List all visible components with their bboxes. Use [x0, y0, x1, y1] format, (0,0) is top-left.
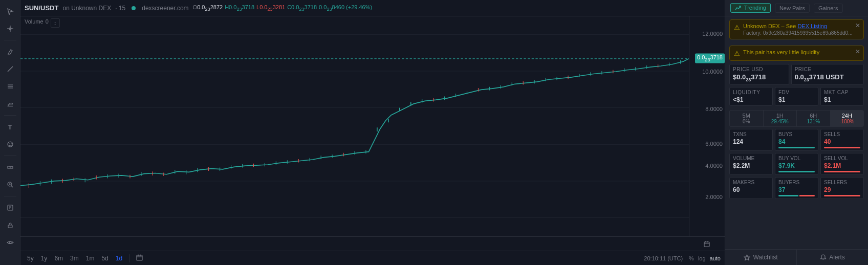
liquidity-card: LIQUIDITY <$1 [729, 87, 773, 106]
period-5m[interactable]: 5M 0% [730, 111, 764, 126]
text-tool[interactable]: T [3, 120, 17, 134]
bottom-toolbar: 5y 1y 6m 3m 1m 5d 1d 20:10:11 (UTC) % lo… [20, 251, 725, 265]
buyers-card: BUYERS 37 [775, 177, 818, 199]
buys-value: 84 [778, 138, 815, 145]
dex-listing-alert: ⚠ Unknown DEX – See DEX Listing Factory:… [729, 19, 864, 39]
log-control[interactable]: log [698, 255, 706, 261]
star-icon [744, 254, 750, 261]
crosshair-tool[interactable] [3, 21, 17, 36]
price-native-value: 0.0233718 USDT [795, 73, 860, 82]
liquidity-value: <$1 [733, 96, 769, 103]
svg-marker-100 [744, 255, 750, 260]
eye-icon[interactable] [3, 235, 17, 250]
ohlc-change: 0.0238460 (+29.46%) [319, 4, 372, 12]
zoom-tool[interactable] [3, 178, 17, 192]
dex-listing-link[interactable]: DEX Listing [797, 23, 827, 29]
period-5d[interactable]: 5d [99, 254, 111, 263]
brush-tool[interactable] [3, 45, 17, 59]
ruler-tool[interactable] [3, 160, 17, 174]
live-dot [132, 6, 136, 10]
buys-card: BUYS 84 [775, 129, 818, 151]
lines-tool[interactable] [3, 79, 17, 94]
x-axis-controls [689, 240, 725, 248]
liquidity-alert: ⚠ This pair has very little liquidity ✕ [729, 46, 864, 61]
period-1d[interactable]: 1d [113, 254, 125, 263]
chart-canvas-wrapper: Volume 0 ↕ [20, 16, 725, 236]
sellers-label: SELLERS [824, 180, 860, 185]
y-label-6: 6.0000 [705, 141, 723, 147]
vol-label: VOLUME [733, 156, 769, 161]
period-5y[interactable]: 5y [25, 254, 36, 263]
makers-label: MAKERS [733, 180, 769, 185]
buy-vol-label: BUY VOL [778, 156, 815, 161]
volume-grid: VOLUME $2.2M BUY VOL $7.9K SELL VOL $2.1… [729, 153, 864, 175]
sellers-bar [824, 195, 860, 196]
chart-timestamp: 20:10:11 (UTC) [644, 255, 683, 261]
line-tool[interactable] [3, 62, 17, 76]
factory-address: Factory: 0x9e280a394159395515e89a865dd0.… [743, 30, 853, 36]
y-label-4: 4.0000 [705, 163, 723, 169]
alerts-tab[interactable]: Alerts [797, 250, 868, 265]
svg-rect-96 [137, 255, 142, 260]
price-usd-label: PRICE USD [733, 67, 786, 72]
txns-value: 124 [733, 138, 769, 145]
ohlc-low: L0.0233281 [256, 4, 285, 12]
sells-value: 40 [824, 138, 860, 145]
price-row: PRICE USD $0.0233718 PRICE 0.0233718 USD… [729, 64, 864, 85]
txns-label: TXNS [733, 131, 769, 137]
sell-vol-value: $2.1M [824, 162, 860, 169]
makers-value: 60 [733, 186, 769, 193]
source-label: dexscreener.com [142, 5, 188, 12]
period-1y[interactable]: 1y [38, 254, 50, 263]
y-label-10: 10.0000 [702, 69, 723, 75]
close-dex-alert[interactable]: ✕ [855, 22, 860, 29]
liquidity-label: LIQUIDITY [733, 90, 769, 95]
vol-value: $2.2M [733, 162, 769, 169]
lock-icon[interactable] [3, 218, 17, 232]
chart-controls: % log auto [689, 255, 721, 261]
auto-control[interactable]: auto [710, 255, 721, 261]
top-nav: Trending New Pairs Gainers [725, 0, 868, 16]
new-pairs-btn[interactable]: New Pairs [775, 4, 810, 13]
ohlc-open: O0.0232872 [193, 4, 223, 12]
chart-header: SUN/USDT on Unknown DEX · 15 dexscreener… [20, 0, 725, 16]
alerts-label: Alerts [829, 254, 845, 261]
fibonacci-tool[interactable] [3, 97, 17, 111]
watchlist-tab[interactable]: Watchlist [725, 250, 797, 265]
close-liquidity-alert[interactable]: ✕ [855, 48, 860, 55]
warning-icon-2: ⚠ [734, 50, 740, 57]
chart-main[interactable]: Volume 0 ↕ [20, 16, 689, 236]
buy-vol-bar [778, 171, 815, 172]
toolbar-divider-4 [4, 196, 16, 196]
chart-area: SUN/USDT on Unknown DEX · 15 dexscreener… [20, 0, 725, 265]
toolbar-divider-2 [4, 115, 16, 116]
right-panel: Trending New Pairs Gainers ⚠ Unknown DEX… [725, 0, 868, 265]
sells-label: SELLS [824, 131, 860, 137]
period-3m[interactable]: 3m [68, 254, 81, 263]
gainers-btn[interactable]: Gainers [814, 4, 843, 13]
sell-vol-bar [824, 171, 860, 172]
period-1h[interactable]: 1H 29.45% [764, 111, 797, 126]
period-24h[interactable]: 24H -100% [831, 111, 864, 126]
svg-rect-24 [8, 225, 12, 228]
txns-card: TXNS 124 [729, 129, 773, 151]
pct-control[interactable]: % [689, 255, 694, 261]
calendar-icon [703, 240, 710, 248]
buyers-value: 37 [778, 186, 815, 193]
toolbar-sep-1 [129, 254, 129, 262]
watchlist-icon[interactable] [3, 201, 17, 215]
period-1m[interactable]: 1m [83, 254, 97, 263]
bell-icon [820, 254, 827, 261]
exchange-label: on Unknown DEX [62, 5, 111, 12]
current-price-tag: 0.0233718 [695, 53, 725, 63]
mktcap-label: MKT CAP [824, 90, 860, 95]
sell-vol-label: SELL VOL [824, 156, 860, 161]
trending-btn[interactable]: Trending [730, 3, 771, 13]
calendar-btn[interactable] [134, 253, 145, 263]
cursor-tool[interactable] [3, 4, 17, 18]
emoji-tool[interactable] [3, 137, 17, 151]
period-6m[interactable]: 6m [52, 254, 66, 263]
period-6h[interactable]: 6H 131% [797, 111, 831, 126]
sellers-value: 29 [824, 186, 860, 193]
txns-grid: TXNS 124 BUYS 84 SELLS 40 [729, 129, 864, 151]
